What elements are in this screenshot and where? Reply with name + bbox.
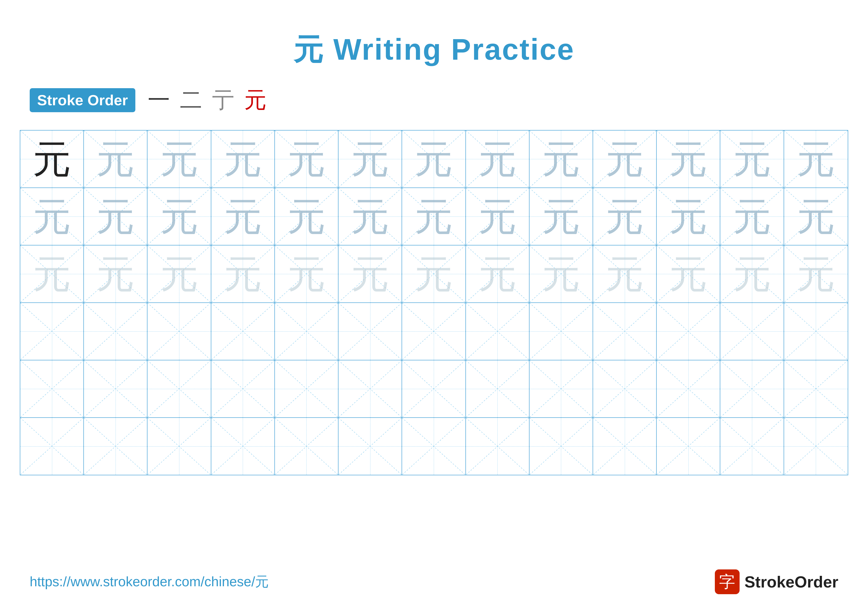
footer-url-link[interactable]: https://www.strokeorder.com/chinese/元: [30, 573, 269, 591]
grid-cell[interactable]: [657, 361, 720, 417]
grid-cell[interactable]: 元: [466, 188, 530, 245]
grid-cell[interactable]: [402, 361, 466, 417]
grid-cell[interactable]: 元: [84, 131, 147, 188]
grid-cell[interactable]: [466, 418, 530, 475]
grid-cell[interactable]: 元: [530, 131, 593, 188]
grid-cell[interactable]: 元: [275, 246, 338, 302]
grid-cell[interactable]: 元: [147, 131, 211, 188]
grid-cell[interactable]: 元: [275, 188, 338, 245]
grid-cell[interactable]: 元: [530, 246, 593, 302]
grid-cell[interactable]: 元: [84, 188, 147, 245]
practice-char: 元: [542, 140, 580, 178]
logo-text: StrokeOrder: [744, 573, 838, 591]
svg-line-85: [211, 303, 274, 360]
grid-cell[interactable]: [402, 303, 466, 360]
grid-cell[interactable]: [593, 303, 657, 360]
grid-cell[interactable]: [338, 418, 402, 475]
grid-cell[interactable]: [657, 418, 720, 475]
grid-cell[interactable]: 元: [720, 131, 784, 188]
svg-line-100: [720, 303, 783, 360]
grid-cell[interactable]: 元: [593, 131, 657, 188]
svg-line-81: [84, 303, 147, 360]
grid-row-3: 元 元 元 元 元 元 元 元 元 元 元 元 元: [20, 246, 848, 303]
grid-cell[interactable]: 元: [338, 131, 402, 188]
grid-cell[interactable]: [20, 303, 84, 360]
grid-cell[interactable]: [530, 418, 593, 475]
grid-cell[interactable]: 元: [784, 188, 848, 245]
grid-cell[interactable]: 元: [720, 188, 784, 245]
grid-cell[interactable]: [720, 418, 784, 475]
grid-cell[interactable]: [84, 361, 147, 417]
svg-line-115: [338, 361, 401, 417]
grid-cell[interactable]: [593, 361, 657, 417]
grid-cell[interactable]: [720, 361, 784, 417]
svg-line-87: [275, 303, 338, 360]
grid-cell[interactable]: 元: [84, 246, 147, 302]
grid-cell[interactable]: [784, 303, 848, 360]
grid-cell[interactable]: 元: [20, 188, 84, 245]
grid-cell[interactable]: [211, 303, 275, 360]
practice-char: 元: [287, 197, 326, 236]
grid-cell[interactable]: [657, 303, 720, 360]
svg-line-105: [20, 361, 84, 417]
grid-cell[interactable]: 元: [20, 246, 84, 302]
practice-char: 元: [542, 197, 580, 236]
grid-cell[interactable]: [338, 361, 402, 417]
grid-cell[interactable]: [20, 361, 84, 417]
grid-cell[interactable]: [530, 361, 593, 417]
grid-cell[interactable]: [593, 418, 657, 475]
svg-line-96: [593, 303, 656, 360]
grid-cell[interactable]: 元: [784, 246, 848, 302]
grid-cell[interactable]: [211, 418, 275, 475]
grid-cell[interactable]: 元: [784, 131, 848, 188]
grid-cell[interactable]: 元: [211, 188, 275, 245]
svg-line-120: [530, 361, 593, 417]
grid-cell[interactable]: [338, 303, 402, 360]
grid-cell[interactable]: [275, 361, 338, 417]
grid-cell[interactable]: [720, 303, 784, 360]
grid-cell[interactable]: [147, 418, 211, 475]
grid-cell[interactable]: 元: [720, 246, 784, 302]
grid-cell[interactable]: 元: [530, 188, 593, 245]
grid-cell[interactable]: [147, 361, 211, 417]
grid-cell[interactable]: [84, 303, 147, 360]
grid-cell[interactable]: [466, 361, 530, 417]
grid-cell[interactable]: [402, 418, 466, 475]
grid-cell[interactable]: 元: [147, 188, 211, 245]
grid-cell[interactable]: [784, 361, 848, 417]
grid-cell[interactable]: [211, 361, 275, 417]
grid-cell[interactable]: 元: [20, 131, 84, 188]
grid-cell[interactable]: 元: [466, 246, 530, 302]
svg-line-89: [338, 303, 401, 360]
svg-line-134: [147, 418, 211, 475]
grid-cell[interactable]: [275, 303, 338, 360]
grid-cell[interactable]: 元: [338, 246, 402, 302]
grid-cell[interactable]: 元: [402, 246, 466, 302]
grid-cell[interactable]: 元: [657, 188, 720, 245]
grid-cell[interactable]: [147, 303, 211, 360]
grid-cell[interactable]: [530, 303, 593, 360]
grid-cell[interactable]: 元: [593, 246, 657, 302]
grid-cell[interactable]: 元: [211, 131, 275, 188]
grid-cell[interactable]: 元: [275, 131, 338, 188]
grid-cell[interactable]: [784, 418, 848, 475]
grid-cell[interactable]: 元: [211, 246, 275, 302]
svg-line-93: [466, 303, 529, 360]
grid-cell[interactable]: [84, 418, 147, 475]
grid-cell[interactable]: [20, 418, 84, 475]
grid-cell[interactable]: 元: [338, 188, 402, 245]
practice-char: 元: [606, 197, 644, 236]
grid-cell[interactable]: [275, 418, 338, 475]
svg-line-122: [593, 361, 656, 417]
svg-line-154: [784, 418, 848, 475]
grid-cell[interactable]: 元: [402, 131, 466, 188]
grid-cell[interactable]: 元: [466, 131, 530, 188]
practice-char: 元: [33, 140, 71, 178]
grid-cell[interactable]: 元: [657, 246, 720, 302]
grid-cell[interactable]: 元: [593, 188, 657, 245]
grid-cell[interactable]: 元: [147, 246, 211, 302]
grid-cell[interactable]: 元: [657, 131, 720, 188]
svg-line-84: [211, 303, 274, 360]
grid-cell[interactable]: [466, 303, 530, 360]
grid-cell[interactable]: 元: [402, 188, 466, 245]
